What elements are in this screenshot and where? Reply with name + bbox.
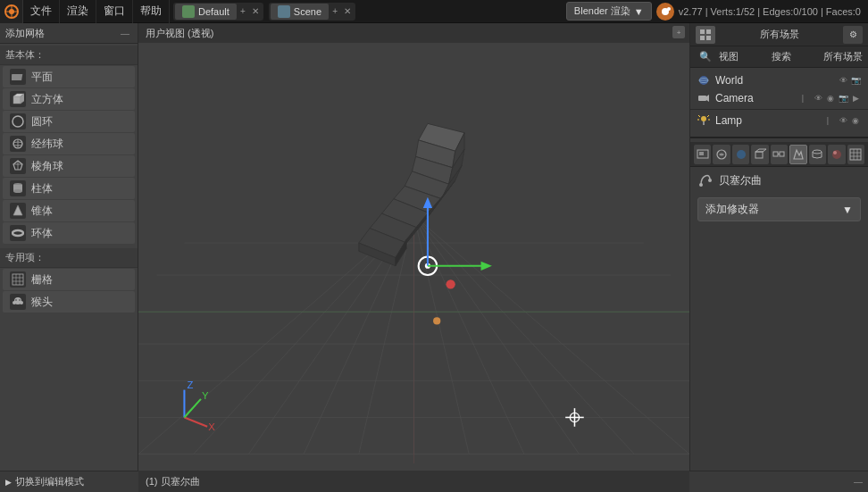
- all-scenes-label: 所有场景: [823, 50, 863, 63]
- prop-material-btn[interactable]: [828, 145, 845, 164]
- add-cone-button[interactable]: 锥体: [3, 200, 135, 221]
- prop-modifier-btn[interactable]: [789, 145, 807, 164]
- camera-sel-icon[interactable]: ◉: [825, 93, 836, 104]
- tab-scene-icon: [278, 5, 290, 18]
- lamp-view-icon[interactable]: 👁: [838, 115, 848, 126]
- prop-scene-btn[interactable]: [713, 145, 730, 164]
- add-icosphere-button[interactable]: 棱角球: [3, 155, 135, 177]
- torus-icon: [10, 225, 26, 241]
- tab-scene[interactable]: Scene: [271, 4, 329, 20]
- outliner-settings-btn[interactable]: ⚙: [843, 26, 863, 44]
- world-render-icon[interactable]: 📷: [850, 75, 861, 86]
- scene-item-world[interactable]: World 👁 📷: [690, 71, 868, 89]
- lamp-separator: |: [827, 116, 829, 125]
- prop-data-btn[interactable]: [809, 145, 826, 164]
- add-modifier-button[interactable]: 添加修改器 ▼: [697, 197, 861, 221]
- tab-scene-close[interactable]: ✕: [341, 5, 354, 18]
- lamp-render-icon[interactable]: ◉: [850, 115, 861, 126]
- tab-close-button[interactable]: ✕: [249, 5, 262, 18]
- render-engine-button[interactable]: Blender 渲染 ▼: [566, 2, 652, 21]
- basic-shapes-title: 基本体：: [0, 46, 138, 65]
- right-panel: 所有场景 ⚙ 🔍 视图 搜索 所有场景 World 👁 📷: [689, 23, 868, 492]
- app-logo[interactable]: [0, 0, 23, 23]
- svg-point-119: [699, 183, 703, 187]
- svg-marker-21: [13, 205, 22, 215]
- svg-point-77: [433, 317, 440, 324]
- camera-view-icon[interactable]: 👁: [813, 93, 823, 104]
- add-grid-button[interactable]: 栅格: [3, 269, 135, 290]
- svg-text:X: X: [208, 421, 215, 432]
- add-modifier-label: 添加修改器: [705, 202, 759, 217]
- add-circle-button[interactable]: 圆环: [3, 111, 135, 132]
- svg-line-99: [707, 115, 709, 117]
- viewport-scene[interactable]: Z X Y: [138, 43, 689, 471]
- add-plane-label: 平面: [31, 70, 53, 85]
- workspace-tabs: Default + ✕ Scene + ✕: [170, 3, 566, 21]
- camera-render-icon[interactable]: 📷: [838, 93, 848, 104]
- svg-point-113: [833, 151, 837, 154]
- special-section: 专用项： 栅格 猴头: [0, 246, 138, 315]
- svg-rect-114: [850, 149, 861, 160]
- scene-item-camera[interactable]: Camera | 👁 ◉ 📷 ▶: [690, 89, 868, 107]
- uvsphere-icon: [10, 136, 26, 152]
- viewport-header: 用户视图 (透视) +: [138, 23, 689, 43]
- svg-rect-90: [706, 36, 711, 40]
- version-info: v2.77 | Verts:1/52 | Edges:0/100 | Faces…: [679, 6, 861, 17]
- add-monkey-label: 猴头: [31, 295, 53, 310]
- add-monkey-button[interactable]: 猴头: [3, 291, 135, 313]
- top-bar: 文件 渲染 窗口 帮助 Default + ✕ Scene + ✕ Blende…: [0, 0, 868, 23]
- menu-help[interactable]: 帮助: [133, 0, 170, 23]
- outliner-title: 所有场景: [760, 28, 799, 41]
- viewport-expand-button[interactable]: +: [672, 26, 685, 38]
- mode-label-text: 切换到编辑模式: [15, 475, 84, 488]
- add-uvsphere-label: 经纬球: [31, 137, 63, 152]
- grid-mesh-icon: [10, 271, 26, 288]
- scene-outliner: World 👁 📷 Camera | 👁 ◉ 📷 ▶: [690, 68, 868, 133]
- camera-info-icon[interactable]: ▶: [850, 93, 861, 104]
- add-cylinder-button[interactable]: 柱体: [3, 178, 135, 199]
- sidebar-collapse-icon[interactable]: —: [118, 26, 132, 40]
- plane-icon: [10, 69, 26, 85]
- prop-render-btn[interactable]: [694, 145, 711, 164]
- svg-line-98: [698, 115, 700, 117]
- sidebar-header-label: 添加网格: [5, 27, 118, 40]
- mode-selector-expand-icon[interactable]: —: [854, 477, 863, 487]
- add-uvsphere-button[interactable]: 经纬球: [3, 133, 135, 154]
- world-view-icon[interactable]: 👁: [838, 75, 848, 86]
- menu-bar: 文件 渲染 窗口 帮助: [23, 0, 170, 23]
- add-cube-button[interactable]: 立方体: [3, 88, 135, 110]
- tab-add-button[interactable]: +: [237, 5, 249, 18]
- svg-rect-88: [706, 29, 711, 34]
- menu-window[interactable]: 窗口: [96, 0, 133, 23]
- tab-scene-add[interactable]: +: [329, 5, 341, 18]
- prop-constraints-btn[interactable]: [771, 145, 788, 164]
- viewport-bottom-label: (1) 贝塞尔曲: [146, 475, 200, 488]
- left-sidebar: 添加网格 — 基本体： 平面 立方体 圆环: [0, 23, 138, 492]
- prop-object-btn[interactable]: [751, 145, 768, 164]
- search-icon[interactable]: 🔍: [696, 51, 715, 63]
- scene-item-lamp[interactable]: Lamp | 👁 ◉: [690, 112, 868, 129]
- svg-text:Z: Z: [188, 379, 194, 390]
- svg-point-30: [20, 301, 23, 304]
- render-engine-chevron: ▼: [634, 6, 644, 17]
- properties-panel: 贝塞尔曲 添加修改器 ▼: [690, 142, 868, 492]
- special-section-title: 专用项：: [0, 248, 138, 268]
- viewport-bottom-bar: (1) 贝塞尔曲: [138, 471, 689, 492]
- svg-point-29: [13, 301, 16, 304]
- menu-render[interactable]: 渲染: [60, 0, 96, 23]
- monkey-icon: [10, 294, 26, 310]
- prop-world-btn[interactable]: [732, 145, 749, 164]
- add-circle-label: 圆环: [31, 114, 53, 129]
- camera-separator: |: [802, 94, 804, 103]
- outliner-view-btn[interactable]: [696, 26, 715, 44]
- add-torus-button[interactable]: 环体: [3, 222, 135, 244]
- svg-point-32: [19, 299, 21, 301]
- tab-default[interactable]: Default: [175, 4, 237, 20]
- blender-logo-icon: [655, 2, 675, 21]
- menu-file[interactable]: 文件: [23, 0, 60, 23]
- icosphere-icon: [10, 158, 26, 174]
- world-visibility-icons: 👁 📷: [838, 75, 861, 86]
- prop-texture-btn[interactable]: [847, 145, 864, 164]
- properties-toolbar: [690, 142, 868, 167]
- add-plane-button[interactable]: 平面: [3, 66, 135, 88]
